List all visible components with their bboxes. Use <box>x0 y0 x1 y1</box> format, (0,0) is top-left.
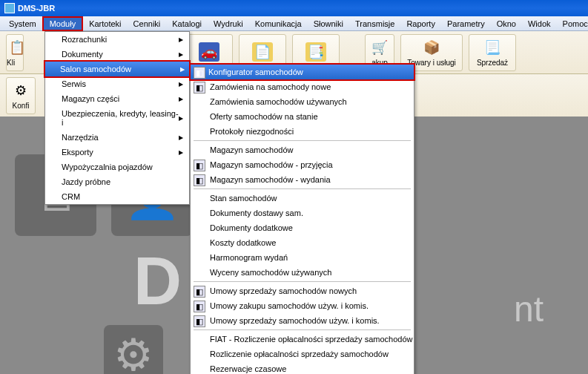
menu-widok[interactable]: Widok <box>522 18 557 30</box>
toolbar-btn-sprzedaz[interactable]: 📃 Sprzedaż <box>469 34 516 71</box>
app-icon <box>4 3 15 13</box>
dd2-konfigurator[interactable]: ◧Konfigurator samochodów <box>189 63 415 81</box>
menu-okno[interactable]: Okno <box>491 18 522 30</box>
sales-icon: 📃 <box>482 38 503 57</box>
bg-letter-d: D <box>133 243 182 320</box>
menu-komunikacja[interactable]: Komunikacja <box>249 18 308 30</box>
dd2-umowy-sprzedazy-uzyw[interactable]: ◧Umowy sprzedaży samochodów używ. i komi… <box>191 313 414 328</box>
clients-icon: 📋 <box>7 38 24 57</box>
dd2-rozliczenie[interactable]: Rozliczenie opłacalności sprzedaży samoc… <box>191 347 414 361</box>
dd-salon-samochodow[interactable]: Salon samochodów <box>44 60 191 78</box>
bg-gear-icon: ⚙ <box>104 325 163 374</box>
separator <box>194 281 411 282</box>
dd2-magazyn[interactable]: Magazyn samochodów <box>191 142 414 157</box>
menu-wydruki[interactable]: Wydruki <box>208 18 249 30</box>
dd2-dokumenty-dodatkowe[interactable]: Dokumenty dodatkowe <box>191 220 414 235</box>
menu-cenniki[interactable]: Cenniki <box>128 18 167 30</box>
toolbar-btn-konfi[interactable]: ⚙ Konfi <box>6 77 36 114</box>
titlebar: DMS-JBR <box>0 0 588 16</box>
menu-moduly[interactable]: Moduły <box>42 16 83 31</box>
dd2-umowy-sprzedazy-nowych[interactable]: ◧Umowy sprzedaży samochodów nowych <box>191 283 414 298</box>
dd2-protokoly[interactable]: Protokoły niezgodności <box>191 124 414 139</box>
menu-parametry[interactable]: Parametry <box>441 18 491 30</box>
dd-jazdy-probne[interactable]: Jazdy próbne <box>45 174 189 189</box>
dropdown-salon-samochodow: ◧Konfigurator samochodów ◧Zamówienia na … <box>190 64 414 374</box>
menu-system[interactable]: System <box>3 18 42 30</box>
menubar: System Moduły Kartoteki Cenniki Katalogi… <box>0 16 588 31</box>
dd-serwis[interactable]: Serwis <box>45 76 189 91</box>
dd2-stan[interactable]: Stan samochodów <box>191 191 414 206</box>
config-car-icon: ◧ <box>194 67 205 79</box>
dd-crm[interactable]: CRM <box>45 189 189 204</box>
goods-icon: 📦 <box>421 38 442 57</box>
dd2-dokumenty-dostawy[interactable]: Dokumenty dostawy sam. <box>191 206 414 220</box>
menu-pomoc[interactable]: Pomoc <box>557 18 588 30</box>
menu-raporty[interactable]: Raporty <box>400 18 441 30</box>
dropdown-moduly: Rozrachunki Dokumenty Salon samochodów S… <box>44 31 190 205</box>
separator <box>194 329 411 330</box>
dd2-magazyn-przyjecia[interactable]: ◧Magazyn samochodów - przyjęcia <box>191 157 414 172</box>
menu-katalogi[interactable]: Katalogi <box>166 18 208 30</box>
dd2-harmonogram[interactable]: Harmonogram wydań <box>191 250 414 265</box>
warehouse-in-icon: ◧ <box>194 160 205 171</box>
car-icon: 🚗 <box>199 42 219 62</box>
dd2-umowy-zakupu-uzyw[interactable]: ◧Umowy zakupu samochodów używ. i komis. <box>191 298 414 313</box>
dd-eksporty[interactable]: Eksporty <box>45 145 189 160</box>
dd2-fiat-rozliczenie[interactable]: FIAT - Rozliczenie opłacalności sprzedaż… <box>191 332 414 347</box>
purchase-icon: 🛒 <box>369 38 390 57</box>
menu-slowniki[interactable]: Słowniki <box>308 18 349 30</box>
dd-ubezpieczenia[interactable]: Ubezpieczenia, kredyty, leasing-i <box>45 106 189 130</box>
dd2-oferty[interactable]: Oferty samochodów na stanie <box>191 109 414 124</box>
contract-sell-used-icon: ◧ <box>194 315 205 327</box>
dd2-zamowienia-nowe[interactable]: ◧Zamówienia na samochody nowe <box>191 79 414 94</box>
order-new-icon: ◧ <box>194 82 205 94</box>
config-icon: ⚙ <box>10 81 31 100</box>
warehouse-out-icon: ◧ <box>194 174 205 186</box>
menu-transmisje[interactable]: Transmisje <box>349 18 400 30</box>
dd-magazyn-czesci[interactable]: Magazyn części <box>45 91 189 106</box>
dd2-wyceny[interactable]: Wyceny samochodów używanych <box>191 265 414 280</box>
dd2-zamowienia-uzywane[interactable]: Zamówienia samochodów używanych <box>191 94 414 109</box>
contract-buy-used-icon: ◧ <box>194 301 205 312</box>
window-title: DMS-JBR <box>18 4 55 13</box>
dd2-magazyn-wydania[interactable]: ◧Magazyn samochodów - wydania <box>191 172 414 187</box>
dd-narzedzia[interactable]: Narzędzia <box>45 130 189 145</box>
separator <box>194 188 411 189</box>
dd2-rezerwacje[interactable]: Rezerwacje czasowe <box>191 361 414 374</box>
dd-dokumenty[interactable]: Dokumenty <box>45 47 189 62</box>
doc-icon: 📄 <box>252 42 273 62</box>
toolbar-btn-klienci[interactable]: 📋 Kli <box>6 34 24 71</box>
list-icon: 📑 <box>305 42 326 62</box>
bg-text-nt: nt <box>514 289 544 329</box>
separator <box>194 140 411 141</box>
dd2-koszty[interactable]: Koszty dodatkowe <box>191 235 414 250</box>
menu-kartoteki[interactable]: Kartoteki <box>83 18 127 30</box>
dd-wypozyczalnia[interactable]: Wypożyczalnia pojazdów <box>45 160 189 174</box>
contract-sell-new-icon: ◧ <box>194 286 205 298</box>
dd-rozrachunki[interactable]: Rozrachunki <box>45 32 189 47</box>
